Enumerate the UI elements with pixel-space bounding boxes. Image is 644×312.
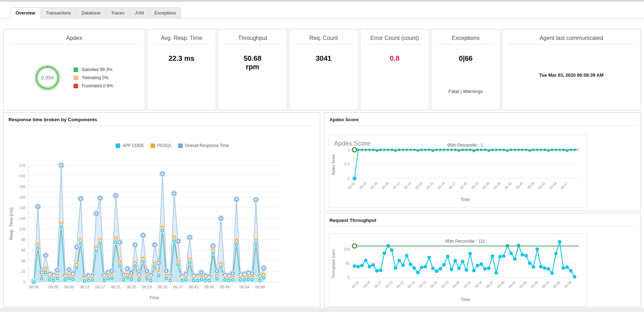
tab-traces[interactable]: Traces [106, 7, 129, 19]
legend-label: PGSQL [157, 143, 172, 148]
y-tick-label: 0 [347, 275, 350, 279]
card-value-text: 3041 [289, 54, 358, 63]
x-tick-label: 06:09 [64, 285, 74, 289]
y-tick-label: 50 [345, 261, 350, 265]
card-title: Throughput [218, 35, 287, 41]
apdex-legend-label: Frustrated 0.6% [82, 83, 113, 88]
response-time-chart: 02040608010012014016018020022006:0006:05… [8, 151, 316, 305]
card-title-divider [509, 45, 634, 45]
legend-item-overall-response-time[interactable]: Overall Response Time [178, 143, 229, 148]
card-req-count: Req. Count3041 [289, 29, 358, 110]
x-tick-label: 06:16 [407, 280, 416, 289]
x-tick-label: 06:19 [418, 280, 427, 289]
card-value-unit: rpm [218, 63, 287, 71]
card-value: 3041 [289, 54, 358, 63]
x-tick-label: 06:33 [158, 285, 168, 289]
card-title-divider [295, 45, 352, 45]
card-value: 0|66 [431, 54, 500, 63]
panel-divider [329, 125, 636, 126]
y-axis-title: Apdex Score [331, 154, 335, 175]
card-throughput: Throughput50.68rpm [218, 29, 287, 110]
x-axis-title: Time [461, 297, 470, 302]
y-tick-label: 20 [21, 269, 25, 273]
agent-timestamp: Tue Mar 03, 2020 06:59:39 AM [502, 72, 640, 78]
apdex-gauge: 0.994 [35, 66, 59, 90]
x-tick-label: 06:52 [541, 280, 550, 289]
tab-database[interactable]: Database [77, 7, 106, 19]
x-axis-title: Time [461, 197, 470, 202]
summary-cards: Apdex0.994Satisfied 99.3%Tolerating 0%Fr… [3, 29, 641, 110]
card-value: 0.8 [360, 54, 429, 63]
card-title-divider [367, 45, 423, 45]
card-apdex: Apdex0.994Satisfied 99.3%Tolerating 0%Fr… [3, 29, 145, 110]
card-title-divider [224, 45, 281, 45]
x-tick-label: 06:46 [519, 280, 528, 289]
apdex-gauge-body: 0.994Satisfied 99.3%Tolerating 0%Frustra… [4, 48, 145, 108]
y-tick-label: 180 [19, 184, 25, 189]
apdex-legend-item: Satisfied 99.3% [74, 67, 113, 72]
x-tick-label: 06:37 [173, 285, 183, 289]
x-tick-label: 06:49 [530, 280, 539, 289]
x-tick-label: 06:54 [549, 181, 558, 190]
card-value: 50.68rpm [218, 54, 287, 71]
y-tick-label: 60 [21, 248, 25, 252]
y-tick-label: 1 [347, 148, 350, 152]
y-tick-label: 100 [19, 227, 25, 231]
x-tick-label: 06:55 [552, 280, 561, 289]
x-tick-label: 06:37 [485, 280, 494, 289]
tab-jvm[interactable]: JVM [130, 7, 149, 19]
percentile-label: 95th Percentile : 111 [445, 239, 485, 244]
x-tick-label: 06:42 [504, 181, 513, 190]
tab-overview[interactable]: Overview [11, 7, 40, 19]
card-title: Req. Count [289, 35, 358, 41]
x-tick-label: 06:13 [80, 285, 89, 289]
x-tick-label: 06:22 [429, 280, 438, 289]
x-tick-label: 06:13 [396, 280, 405, 289]
card-title: Agent last communicated [502, 35, 640, 41]
x-tick-label: 06:31 [463, 280, 472, 289]
x-tick-label: 06:18 [414, 181, 423, 190]
x-tick-label: 06:58 [255, 285, 265, 289]
tab-bar: OverviewTransactionsDatabaseTracesJVMExc… [0, 7, 644, 19]
y-axis-title: Throughput (cpm) [331, 249, 335, 278]
x-tick-label: 06:10 [384, 280, 393, 289]
legend-swatch-icon [116, 143, 120, 148]
x-tick-label: 06:28 [451, 280, 461, 289]
apdex-score-chart: 00.5106:0006:0306:0606:0906:1206:1506:18… [329, 135, 586, 207]
tab-transactions[interactable]: Transactions [41, 7, 76, 19]
legend-item-app-code[interactable]: APP CODE [116, 143, 144, 148]
legend-swatch-icon [178, 143, 183, 148]
x-tick-label: 06:34 [474, 280, 483, 289]
card-title-divider [438, 45, 494, 45]
response-time-panel: Response time broken by Components APP C… [3, 112, 320, 307]
x-tick-label: 06:45 [204, 285, 214, 289]
legend-swatch-icon [74, 84, 78, 88]
x-tick-label: 06:36 [481, 181, 491, 190]
x-tick-label: 06:29 [142, 285, 152, 289]
card-footer: Fatal | Warnings [431, 89, 500, 94]
card-value: 22.3 ms [147, 54, 216, 63]
x-tick-label: 06:00 [347, 181, 356, 190]
x-tick-label: 06:07 [373, 280, 382, 289]
x-tick-label: 06:06 [369, 181, 379, 190]
y-tick-label: 40 [21, 259, 25, 263]
y-tick-label: 0.5 [344, 162, 350, 166]
x-tick-label: 06:24 [437, 181, 446, 190]
throughput-panel-title: Request Throughput [324, 213, 640, 226]
top-strip [0, 0, 644, 2]
y-tick-label: 0 [23, 280, 25, 284]
x-tick-label: 06:17 [95, 285, 105, 289]
x-tick-label: 06:12 [392, 181, 401, 190]
legend-item-pgsql[interactable]: PGSQL [151, 143, 172, 148]
card-value-text: 50.68 [218, 54, 287, 63]
tab-exceptions[interactable]: Exceptions [150, 7, 181, 19]
card-error-count-count: Error Count (count)0.8 [360, 29, 429, 110]
percentile-label: 95th Percentile : 1 [447, 143, 483, 148]
chart-inner-title: Apdex Score [334, 140, 370, 147]
x-tick-label: 06:49 [220, 285, 230, 289]
response-panel-title: Response time broken by Components [4, 113, 320, 125]
panel-divider [329, 226, 636, 226]
y-tick-label: 120 [19, 216, 25, 220]
apdex-chart-box: 00.5106:0006:0306:0606:0906:1206:1506:18… [329, 135, 587, 208]
x-tick-label: 06:57 [560, 181, 569, 190]
